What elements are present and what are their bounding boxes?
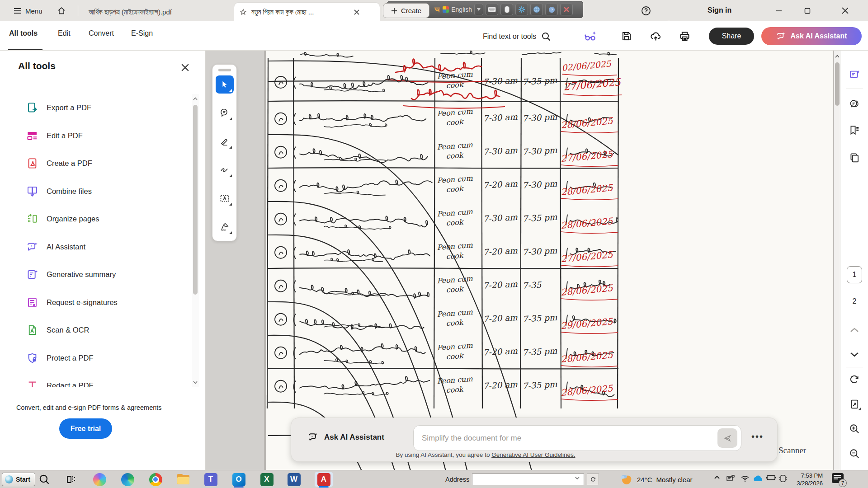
panel-scrollbar[interactable] xyxy=(192,94,199,387)
comment-tool-button[interactable] xyxy=(216,104,234,122)
document-scrollbar[interactable] xyxy=(834,51,840,470)
share-button[interactable]: Share xyxy=(709,28,754,45)
sidebar-item-ai-assistant[interactable]: AI Assistant xyxy=(0,233,190,261)
document-canvas[interactable]: Peon cumcook7-30 am7-35 pm02/06/202527/0… xyxy=(206,51,840,470)
taskbar-app-acrobat[interactable]: A xyxy=(315,472,333,487)
taskbar-app-outlook[interactable]: O xyxy=(230,472,248,487)
ask-ai-assistant-button[interactable]: Ask AI Assistant xyxy=(761,27,862,45)
taskbar-app-word[interactable]: W xyxy=(285,472,303,487)
web-icon-button[interactable] xyxy=(530,4,543,15)
tray-expand-button[interactable] xyxy=(713,474,721,481)
find-tool[interactable]: Find text or tools xyxy=(483,31,552,42)
mouse-icon-button[interactable] xyxy=(500,4,513,15)
guidelines-link[interactable]: Generative AI User Guidelines. xyxy=(491,451,575,458)
zoom-out-button[interactable] xyxy=(846,446,863,462)
fit-page-button[interactable] xyxy=(846,396,863,412)
taskbar-app-excel[interactable]: X xyxy=(258,472,276,487)
settings-icon-button[interactable] xyxy=(515,4,528,15)
create-tab-button[interactable]: Create xyxy=(383,3,429,18)
more-options-button[interactable]: ••• xyxy=(751,432,764,442)
close-language-bar-button[interactable] xyxy=(560,4,573,15)
tray-onedrive-icon[interactable] xyxy=(752,474,763,483)
sign-in-button[interactable]: Sign in xyxy=(708,4,731,17)
print-button[interactable] xyxy=(676,28,693,44)
panel-close-button[interactable] xyxy=(178,61,192,74)
page-down-button[interactable] xyxy=(846,347,863,363)
search-taskbar-button[interactable] xyxy=(35,472,53,487)
taskbar-app-copilot[interactable] xyxy=(90,472,108,487)
page-thumbnails-button[interactable] xyxy=(846,150,863,166)
tool-list: Export a PDF Edit a PDF Create a PDF Com… xyxy=(0,94,190,387)
tab-convert[interactable]: Convert xyxy=(89,29,114,38)
tab-all-tools[interactable]: All tools xyxy=(9,29,38,38)
send-button[interactable] xyxy=(717,428,737,448)
sidebar-item-combine-files[interactable]: Combine files xyxy=(0,178,190,206)
start-button[interactable]: Start xyxy=(2,473,35,486)
tray-phone-link-icon[interactable] xyxy=(778,474,788,483)
notification-center-button[interactable]: 7 xyxy=(832,473,845,485)
page-up-button[interactable] xyxy=(846,322,863,338)
page-number-box[interactable]: 1 xyxy=(847,266,862,283)
organize-pages-icon xyxy=(26,213,38,225)
taskbar-app-chrome[interactable] xyxy=(146,472,165,487)
maximize-button[interactable] xyxy=(797,0,818,21)
scrollbar-thumb[interactable] xyxy=(835,62,840,106)
tab-close-icon[interactable] xyxy=(354,9,360,15)
clock[interactable]: 7:53 PM 3/28/2026 xyxy=(788,472,823,488)
highlight-tool-button[interactable] xyxy=(216,132,234,150)
tab-edit[interactable]: Edit xyxy=(58,29,71,38)
taskbar-app-teams[interactable]: T xyxy=(202,472,220,487)
sidebar-item-scan-ocr[interactable]: Scan & OCR xyxy=(0,316,190,344)
sidebar-item-edit-pdf[interactable]: Edit a PDF xyxy=(0,122,190,150)
weather-widget[interactable]: 24°C Mostly clear xyxy=(619,472,693,487)
sign-in-label: Sign in xyxy=(708,6,731,14)
ai-glasses-button[interactable] xyxy=(582,28,599,44)
generative-summary-button[interactable] xyxy=(846,66,863,83)
menu-button[interactable]: Menu xyxy=(10,4,46,18)
minimize-button[interactable] xyxy=(769,0,789,21)
generative-summary-icon xyxy=(849,69,861,81)
select-tool-button[interactable] xyxy=(216,75,234,94)
tray-battery-icon[interactable] xyxy=(766,474,777,481)
address-input[interactable] xyxy=(472,474,584,485)
language-dropdown-button[interactable] xyxy=(474,4,483,15)
save-button[interactable] xyxy=(618,28,635,44)
taskbar-app-edge[interactable] xyxy=(118,472,137,487)
help-icon-button[interactable]: ? xyxy=(545,4,558,15)
home-button[interactable] xyxy=(53,4,70,18)
scroll-down-icon[interactable] xyxy=(192,379,199,386)
text-box-tool-button[interactable] xyxy=(216,189,234,207)
rotate-button[interactable] xyxy=(846,371,863,388)
drag-handle[interactable] xyxy=(218,69,231,71)
address-dropdown-icon[interactable] xyxy=(575,477,580,479)
bookmarks-button[interactable] xyxy=(846,122,863,138)
sidebar-item-protect-pdf[interactable]: Protect a PDF xyxy=(0,344,190,372)
keyboard-icon-button[interactable] xyxy=(486,4,498,15)
tray-windows-icon[interactable] xyxy=(726,474,735,483)
free-trial-button[interactable]: Free trial xyxy=(59,418,112,439)
draw-tool-button[interactable] xyxy=(216,161,234,179)
sidebar-item-organize-pages[interactable]: Organize pages xyxy=(0,205,190,233)
upload-button[interactable] xyxy=(647,28,664,44)
scroll-up-icon[interactable] xyxy=(192,95,199,102)
tray-wifi-icon[interactable] xyxy=(741,474,750,483)
taskbar-app-file-explorer[interactable] xyxy=(174,472,192,487)
tab-esign[interactable]: E-Sign xyxy=(131,29,153,38)
sidebar-item-redact-pdf[interactable]: Redact a PDF xyxy=(0,372,190,387)
zoom-in-button[interactable] xyxy=(846,421,863,437)
tab-financial-pdf[interactable]: আর্থিক ছাড়পত্র (মাইক্রোফাইন্যান্স).pdf xyxy=(84,3,231,21)
address-go-button[interactable] xyxy=(587,474,599,485)
sidebar-item-export-pdf[interactable]: Export a PDF xyxy=(0,94,190,122)
sidebar-item-request-esignatures[interactable]: Request e-signatures xyxy=(0,289,190,317)
scrollbar-thumb[interactable] xyxy=(193,105,198,295)
sidebar-item-create-pdf[interactable]: Create a PDF xyxy=(0,150,190,178)
task-view-button[interactable] xyxy=(62,472,80,487)
close-button[interactable] xyxy=(835,0,855,21)
language-label[interactable]: English xyxy=(451,6,472,13)
comments-button[interactable] xyxy=(846,96,863,112)
help-button[interactable] xyxy=(639,4,653,18)
ai-input[interactable] xyxy=(422,434,717,443)
tab-active-pdf[interactable]: নতুন পিয়ন কাম কুক মোছা ... xyxy=(234,3,380,21)
sign-tool-button[interactable] xyxy=(216,218,234,236)
sidebar-item-generative-summary[interactable]: Generative summary xyxy=(0,261,190,289)
